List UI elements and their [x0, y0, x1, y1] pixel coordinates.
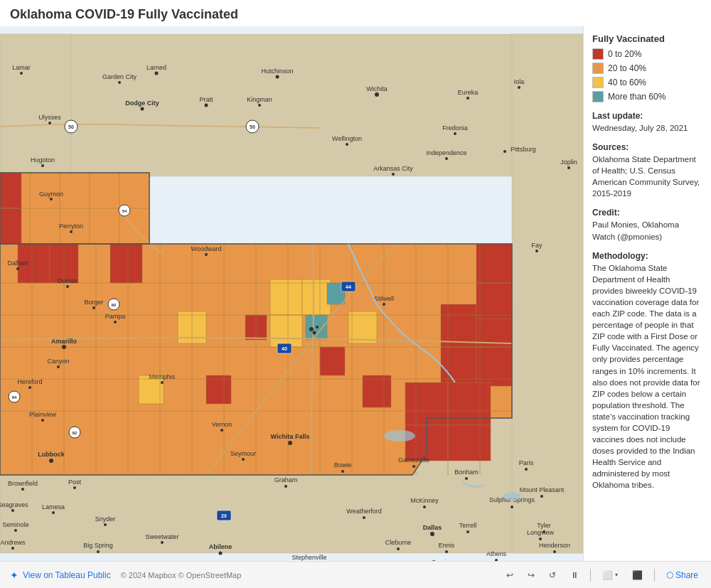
svg-rect-17	[448, 383, 491, 425]
svg-text:Snyder: Snyder	[95, 515, 116, 523]
legend-item-0: 0 to 20%	[592, 48, 702, 60]
svg-point-136	[28, 386, 31, 389]
svg-text:82: 82	[73, 431, 77, 435]
svg-text:Tyler: Tyler	[537, 522, 551, 529]
svg-point-120	[383, 303, 385, 306]
pause-icon: ⏸	[570, 570, 579, 580]
svg-text:Amarillo: Amarillo	[51, 338, 77, 345]
svg-point-101	[346, 143, 348, 146]
svg-point-109	[41, 164, 44, 167]
svg-text:Ennis: Ennis	[439, 542, 455, 549]
svg-point-89	[454, 132, 456, 135]
svg-point-156	[52, 511, 55, 514]
svg-text:Ulysses: Ulysses	[38, 114, 61, 121]
bottom-right: ↩ ↪ ↺ ⏸ ⬜ ▾ ⬛	[503, 569, 701, 582]
svg-point-197	[495, 559, 498, 561]
svg-text:Kingman: Kingman	[247, 96, 272, 103]
legend-swatch-0	[592, 48, 604, 60]
svg-point-171	[284, 485, 287, 488]
svg-point-179	[412, 465, 415, 468]
svg-text:Bonham: Bonham	[454, 469, 479, 476]
legend-swatch-3	[592, 91, 604, 102]
methodology-section: Methodology: The Oklahoma State Departme…	[592, 251, 702, 491]
svg-point-189	[466, 530, 469, 533]
credit-value: Paul Monies, Oklahoma Watch (@pmonies)	[592, 219, 702, 242]
svg-rect-24	[270, 279, 302, 315]
svg-text:Dumas: Dumas	[58, 277, 78, 284]
svg-point-152	[73, 486, 76, 489]
svg-point-134	[57, 365, 60, 368]
undo-button[interactable]: ↩	[503, 569, 516, 582]
bottom-bar: ✦ View on Tableau Public © 2024 Mapbox ©…	[0, 561, 711, 588]
methodology-value: The Oklahoma State Department of Health …	[592, 262, 702, 491]
svg-text:Lamesa: Lamesa	[42, 503, 65, 511]
sidebar: Fully Vaccinated 0 to 20% 20 to 40% 40 t…	[583, 26, 711, 561]
svg-point-181	[465, 477, 468, 480]
svg-point-111	[50, 198, 53, 201]
svg-point-75	[155, 72, 159, 75]
svg-point-77	[276, 75, 279, 79]
redo-button[interactable]: ↪	[525, 569, 538, 582]
undo-icon: ↩	[506, 570, 513, 580]
svg-point-105	[392, 173, 395, 176]
svg-point-207	[539, 538, 542, 540]
download-icon: ⬛	[632, 570, 643, 580]
download-button[interactable]: ⬛	[629, 569, 646, 582]
sources-label: Sources:	[592, 142, 629, 152]
svg-text:McKinney: McKinney	[410, 497, 439, 504]
svg-point-79	[375, 92, 379, 97]
svg-point-138	[161, 381, 164, 384]
svg-text:Perryton: Perryton	[59, 223, 83, 230]
svg-text:Hereford: Hereford	[17, 378, 42, 385]
last-update-value: Wednesday, July 28, 2021	[592, 122, 702, 134]
svg-text:Vernon: Vernon	[212, 421, 232, 428]
svg-text:Gainesville: Gainesville	[398, 456, 429, 464]
svg-text:Henderson: Henderson	[539, 542, 570, 549]
main-area: 40 50 50 54 60 82 84	[0, 26, 711, 561]
svg-text:Big Spring: Big Spring	[83, 542, 113, 549]
map-area[interactable]: 40 50 50 54 60 82 84	[0, 26, 583, 561]
svg-text:Andrews: Andrews	[0, 539, 26, 546]
share-label: Share	[675, 570, 698, 580]
svg-point-146	[41, 419, 44, 422]
svg-text:54: 54	[122, 209, 127, 213]
svg-point-205	[553, 550, 556, 553]
page-title: Oklahoma COVID-19 Fully Vaccinated	[10, 7, 701, 22]
svg-point-173	[341, 470, 344, 473]
svg-text:60: 60	[112, 303, 117, 307]
svg-point-117	[309, 327, 314, 331]
svg-text:Arkansas City: Arkansas City	[373, 165, 413, 172]
svg-text:Hutchinson: Hutchinson	[261, 68, 293, 75]
svg-text:Terrell: Terrell	[459, 522, 477, 529]
svg-text:50: 50	[250, 124, 255, 129]
svg-text:Iola: Iola	[514, 78, 525, 85]
svg-text:Post: Post	[68, 479, 82, 486]
svg-point-158	[14, 529, 17, 532]
svg-point-115	[205, 253, 208, 256]
svg-point-154	[11, 509, 14, 512]
pause-button[interactable]: ⏸	[567, 569, 582, 582]
legend-label-2: 40 to 60%	[608, 77, 646, 87]
legend-label-3: More than 60%	[608, 92, 665, 102]
tableau-public-link[interactable]: View on Tableau Public	[23, 570, 111, 580]
svg-rect-15	[476, 283, 512, 319]
revert-button[interactable]: ↺	[546, 569, 559, 582]
legend-item-3: More than 60%	[592, 91, 702, 102]
svg-text:Dallas: Dallas	[423, 524, 442, 531]
legend-label-1: 20 to 40%	[608, 63, 646, 73]
share-button[interactable]: ⬡ Share	[663, 569, 701, 582]
share-icon: ⬡	[666, 570, 673, 580]
svg-point-183	[525, 468, 528, 471]
legend-item-2: 40 to 60%	[592, 77, 702, 88]
svg-point-119	[316, 326, 319, 328]
svg-text:Wichita Falls: Wichita Falls	[271, 433, 310, 440]
svg-point-87	[258, 104, 261, 107]
svg-rect-9	[110, 244, 142, 283]
view-button[interactable]: ⬜ ▾	[599, 569, 621, 582]
svg-rect-25	[302, 279, 331, 315]
svg-point-214	[503, 492, 520, 501]
svg-point-103	[445, 157, 448, 160]
svg-point-113	[70, 230, 73, 233]
revert-icon: ↺	[549, 570, 556, 580]
svg-rect-5	[0, 173, 21, 208]
